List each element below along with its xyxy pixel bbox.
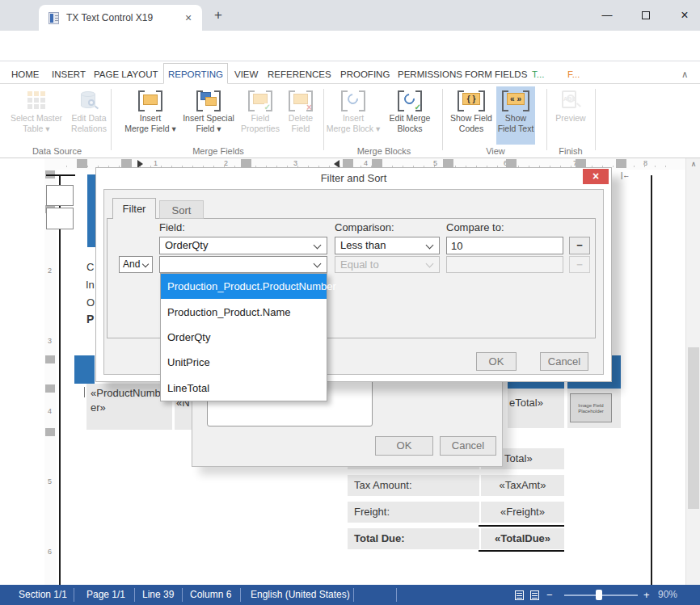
- tab-t-truncated[interactable]: T...: [532, 65, 544, 84]
- tab-references[interactable]: REFERENCES: [268, 65, 331, 84]
- compare-to-input-row2[interactable]: [446, 256, 563, 273]
- dropdown-item-product-name[interactable]: Production_Product.Name: [161, 299, 327, 324]
- comparison-select-row2[interactable]: Equal to: [335, 256, 440, 273]
- field-text-icon: « »: [502, 87, 529, 113]
- tab-close-icon[interactable]: ×: [181, 11, 196, 25]
- status-column: Column 6: [190, 589, 231, 600]
- conjunction-select[interactable]: And: [119, 256, 153, 273]
- status-page: Page 1/1: [86, 589, 125, 600]
- merge-field-product-number: «ProductNumb: [91, 387, 161, 399]
- ok-button[interactable]: OK: [476, 352, 517, 371]
- edit-merge-blocks-button[interactable]: ✓ Edit MergeBlocks: [383, 86, 436, 145]
- chevron-down-icon: [426, 242, 434, 250]
- merge-block-icon: [341, 87, 365, 113]
- column-gripper[interactable]: [77, 159, 87, 168]
- edit-data-relations-button[interactable]: Edit DataRelations: [66, 86, 112, 145]
- totals-value-cell[interactable]: «TaxAmt»: [481, 475, 564, 496]
- totals-value-cell[interactable]: «Freight»: [481, 502, 564, 523]
- field-select-row2[interactable]: [159, 256, 327, 273]
- preview-icon: ABC: [560, 87, 581, 113]
- zoom-out-button[interactable]: −: [546, 589, 553, 601]
- remove-row1-button[interactable]: −: [569, 237, 590, 254]
- window-minimize-button[interactable]: —: [595, 6, 619, 24]
- compare-to-input-row1[interactable]: [446, 237, 563, 254]
- totals-value-cell[interactable]: «TotalDue»: [481, 528, 564, 549]
- field-label: Field:: [159, 221, 185, 233]
- tab-form-fields[interactable]: FORM FIELDS: [465, 65, 527, 84]
- merge-field-subtotal-fragment: Total»: [504, 452, 533, 464]
- image-cell[interactable]: Image Field Placeholder: [567, 389, 621, 428]
- group-label-merge-fields: Merge Fields: [113, 146, 323, 156]
- scrollbar-up-icon[interactable]: ∧: [686, 160, 700, 168]
- dropdown-item-orderqty[interactable]: OrderQty: [161, 325, 327, 350]
- field-codes-icon: { }: [458, 87, 485, 113]
- merge-field-cell[interactable]: eTotal»: [508, 389, 564, 428]
- new-tab-button[interactable]: +: [210, 7, 226, 23]
- text-fragment: P: [86, 313, 94, 326]
- items-table-header: [74, 355, 95, 384]
- row-gripper[interactable]: [45, 428, 55, 436]
- ribbon-collapse-icon[interactable]: ∧: [681, 65, 688, 84]
- edit-merge-blocks-icon: ✓: [398, 87, 422, 113]
- ruler-number: 4: [364, 159, 368, 167]
- table-border-fragment: [46, 174, 75, 176]
- tab-view[interactable]: VIEW: [234, 65, 258, 84]
- show-field-codes-button[interactable]: { } Show FieldCodes: [448, 86, 495, 145]
- column-gripper[interactable]: [616, 159, 626, 168]
- tab-sort[interactable]: Sort: [159, 200, 204, 219]
- insert-merge-field-button[interactable]: InsertMerge Field ▾: [121, 86, 179, 145]
- dialog-close-button[interactable]: ×: [583, 169, 609, 184]
- window-close-button[interactable]: ×: [673, 6, 697, 24]
- field-properties-button[interactable]: ✓ FieldProperties: [239, 86, 281, 145]
- remove-row2-button[interactable]: −: [569, 256, 590, 273]
- zoom-in-button[interactable]: +: [643, 589, 650, 601]
- tab-filter[interactable]: Filter: [112, 198, 156, 219]
- vertical-scrollbar[interactable]: ∧: [685, 158, 700, 585]
- delete-field-button[interactable]: × DeleteField: [283, 86, 318, 145]
- chevron-down-icon: [142, 261, 149, 267]
- fit-page-icon[interactable]: [515, 590, 524, 600]
- insert-special-field-button[interactable]: Insert SpecialField ▾: [179, 86, 238, 145]
- zoom-slider-thumb[interactable]: [596, 590, 602, 600]
- comparison-select-row1[interactable]: Less than: [335, 237, 440, 254]
- status-language: English (United States): [251, 589, 350, 600]
- row-gripper[interactable]: [45, 384, 55, 393]
- merge-field-freight: «Freight»: [500, 506, 545, 518]
- browser-tab[interactable]: TX Text Control X19 ×: [39, 5, 202, 31]
- totals-label-cell[interactable]: Freight:: [348, 502, 479, 523]
- tab-reporting[interactable]: REPORTING: [163, 63, 228, 84]
- totals-label-cell[interactable]: Tax Amount:: [348, 475, 479, 496]
- dropdown-item-unitprice[interactable]: UnitPrice: [161, 350, 327, 375]
- ruler-number: 3: [293, 159, 297, 167]
- field-select-value: OrderQty: [165, 239, 208, 251]
- tab-f-truncated[interactable]: F...: [567, 65, 580, 84]
- dropdown-item-product-number[interactable]: Production_Product.ProductNumber: [161, 274, 327, 299]
- cancel-button[interactable]: Cancel: [540, 352, 588, 371]
- merge-field-taxamt: «TaxAmt»: [500, 479, 546, 491]
- show-field-text-button[interactable]: « » ShowField Text: [496, 86, 535, 145]
- page-right-border: [651, 175, 652, 585]
- tab-home[interactable]: HOME: [11, 65, 40, 84]
- scrollbar-thumb[interactable]: [688, 347, 699, 509]
- insert-merge-block-button[interactable]: InsertMerge Block ▾: [327, 86, 380, 145]
- background-cancel-button[interactable]: Cancel: [440, 436, 496, 456]
- browser-window: TX Text Control X19 × + — × ← → ↻ localh…: [0, 0, 700, 605]
- background-ok-button[interactable]: OK: [375, 436, 433, 456]
- preview-button[interactable]: ABC Preview: [551, 86, 590, 145]
- tab-page-layout[interactable]: PAGE LAYOUT: [94, 65, 158, 84]
- row-gripper[interactable]: [45, 355, 55, 363]
- fit-width-icon[interactable]: [530, 590, 539, 600]
- select-master-table-button[interactable]: Select MasterTable ▾: [6, 86, 66, 145]
- tab-permissions[interactable]: PERMISSIONS: [398, 65, 462, 84]
- total-due-label: Total Due:: [354, 532, 405, 544]
- status-line: Line 39: [142, 589, 174, 600]
- tab-insert[interactable]: INSERT: [52, 65, 86, 84]
- tab-proofing[interactable]: PROOFING: [340, 65, 390, 84]
- dropdown-item-linetotal[interactable]: LineTotal: [161, 376, 327, 401]
- merge-field-linetotal-fragment: eTotal»: [509, 397, 543, 409]
- totals-label-cell[interactable]: Total Due:: [348, 528, 479, 549]
- field-select-row1[interactable]: OrderQty: [159, 237, 327, 254]
- field-properties-icon: ✓: [248, 87, 272, 113]
- window-maximize-button[interactable]: [634, 6, 658, 24]
- status-section: Section 1/1: [19, 589, 67, 600]
